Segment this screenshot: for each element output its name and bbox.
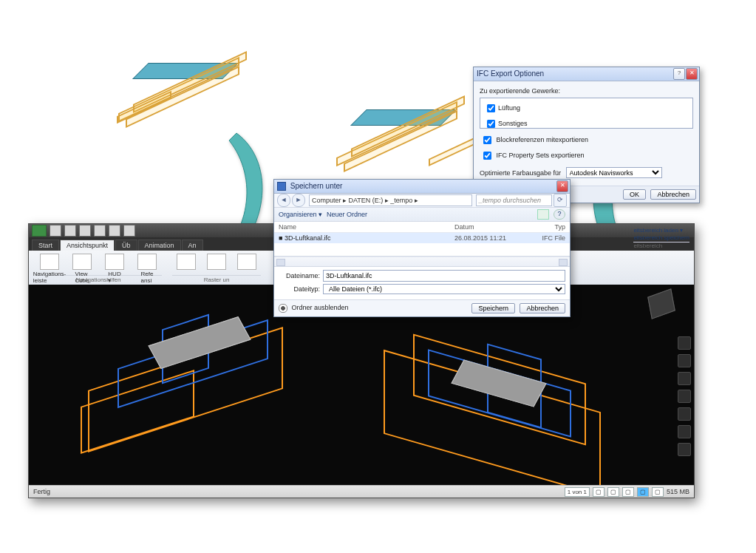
ribbon-item[interactable] — [202, 254, 230, 271]
color-output-label: Optimierte Farbausgabe für — [480, 169, 561, 177]
close-icon[interactable]: ✕ — [686, 68, 698, 80]
pan-icon[interactable] — [678, 354, 691, 367]
grid-icon — [237, 254, 256, 270]
dialog-titlebar[interactable]: Speichern unter ✕ — [274, 180, 570, 194]
redo-icon[interactable] — [94, 225, 106, 237]
search-input[interactable]: _tempo durchsuchen — [476, 194, 552, 206]
file-type-cell: IFC File — [521, 233, 565, 243]
app-logo-icon[interactable] — [32, 225, 47, 237]
model-right — [376, 329, 620, 477]
grid-icon — [207, 254, 226, 270]
tab-animation[interactable]: Animation — [138, 240, 181, 251]
filename-field[interactable] — [323, 270, 565, 282]
section-label: Zu exportierende Gewerke: — [480, 87, 693, 95]
nav-forward-icon[interactable]: ► — [292, 194, 305, 207]
cancel-button[interactable]: Abbrechen — [650, 189, 696, 200]
new-folder-button[interactable]: Neuer Ordner — [327, 211, 367, 218]
tab-an[interactable]: An — [182, 240, 203, 251]
file-row[interactable]: ■ 3D-Luftkanal.ifc 26.08.2015 11:21 IFC … — [274, 233, 570, 243]
ref-icon — [137, 254, 157, 270]
zoom-icon[interactable] — [678, 372, 691, 385]
status-bar: Fertig 1 von 1 ▢ ▢ ▢ ▢ ▢ 515 MB — [29, 485, 694, 498]
cancel-button[interactable]: Abbrechen — [520, 303, 565, 313]
iso-model-thumbnail — [318, 89, 488, 185]
save-button[interactable]: Speichern — [471, 303, 515, 313]
iso-model-thumbnail — [103, 41, 273, 137]
nav-bar-icon — [40, 254, 59, 270]
orbit-icon[interactable] — [678, 390, 691, 403]
ribbon-item[interactable] — [172, 254, 200, 271]
gewerke-listbox[interactable]: Lüftung Sonstiges — [480, 98, 693, 129]
close-icon[interactable]: ✕ — [556, 180, 568, 192]
ribbon-group-raster: Raster un — [172, 275, 261, 283]
chevron-icon — [279, 304, 287, 313]
status-chip[interactable]: ▢ — [607, 487, 619, 497]
tab-start[interactable]: Start — [32, 240, 59, 251]
status-sheet[interactable]: 1 von 1 — [565, 487, 590, 497]
checkbox-psets[interactable] — [483, 152, 491, 160]
column-name[interactable]: Name — [279, 222, 454, 232]
checkbox-blockrefs[interactable] — [483, 136, 491, 144]
status-memory: 515 MB — [667, 488, 689, 495]
organize-menu[interactable]: Organisieren ▾ — [279, 211, 322, 218]
walk-icon[interactable] — [678, 425, 691, 438]
ribbon-ref[interactable]: Refe ansi — [132, 254, 162, 284]
workspace-group-label: eitsbereich — [633, 242, 689, 249]
model-left — [73, 307, 310, 455]
column-type[interactable]: Typ — [521, 222, 565, 232]
dialog-title: IFC Export Optionen — [477, 69, 544, 78]
column-date[interactable]: Datum — [454, 222, 521, 232]
filename-label: Dateiname: — [279, 272, 320, 279]
status-chip[interactable]: ▢ — [637, 487, 649, 497]
view-options-icon[interactable] — [537, 209, 549, 220]
tab-viewpoint[interactable]: Ansichtspunkt — [60, 240, 115, 251]
dialog-title: Speichern unter — [290, 182, 343, 190]
ribbon-item[interactable] — [234, 254, 261, 271]
workspace-save[interactable]: eitsbereich speichern — [633, 234, 689, 241]
hud-icon — [105, 254, 124, 270]
save-as-dialog: Speichern unter ✕ ◄ ► Computer ▸ DATEN (… — [273, 179, 571, 317]
horizontal-scrollbar[interactable] — [274, 257, 570, 267]
tab-ub[interactable]: Üb — [115, 240, 137, 251]
viewcube-widget[interactable] — [650, 292, 679, 322]
select-icon[interactable] — [678, 443, 691, 456]
hide-folders-toggle[interactable]: Ordner ausblenden — [279, 304, 349, 313]
save-icon[interactable] — [64, 225, 76, 237]
file-name-cell: ■ 3D-Luftkanal.ifc — [279, 233, 454, 243]
file-list[interactable]: Name Datum Typ ■ 3D-Luftkanal.ifc 26.08.… — [274, 222, 570, 257]
settings-icon[interactable] — [123, 225, 135, 237]
status-chip[interactable]: ▢ — [652, 487, 664, 497]
filetype-select[interactable]: Alle Dateien (*.ifc) — [323, 284, 565, 294]
help-icon[interactable]: ? — [673, 68, 685, 80]
navigation-bar — [678, 336, 691, 456]
filetype-label: Dateityp: — [279, 285, 320, 293]
help-icon[interactable]: ? — [554, 209, 565, 220]
status-chip[interactable]: ▢ — [593, 487, 605, 497]
dialog-titlebar[interactable]: IFC Export Optionen ? ✕ — [474, 67, 699, 81]
status-ready: Fertig — [33, 488, 50, 495]
open-icon[interactable] — [50, 225, 61, 237]
undo-icon[interactable] — [79, 225, 91, 237]
save-icon — [277, 182, 286, 191]
workspace-load[interactable]: eitsbereich laden ▾ — [633, 227, 689, 234]
refresh-icon[interactable] — [109, 225, 120, 237]
ribbon-nav-leiste[interactable]: Navigations- leiste — [35, 254, 64, 284]
grid-icon — [177, 254, 196, 270]
file-date-cell: 26.08.2015 11:21 — [454, 233, 521, 243]
checkbox-sonstiges[interactable] — [487, 120, 495, 128]
viewcube-icon — [72, 254, 92, 270]
status-chip[interactable]: ▢ — [622, 487, 634, 497]
refresh-icon[interactable]: ⟳ — [554, 194, 567, 207]
color-output-select[interactable]: Autodesk Navisworks — [566, 167, 662, 178]
breadcrumb-path[interactable]: Computer ▸ DATEN (E:) ▸ _tempo ▸ — [309, 194, 472, 206]
checkbox-luftung[interactable] — [487, 104, 495, 112]
look-icon[interactable] — [678, 407, 691, 421]
nav-back-icon[interactable]: ◄ — [277, 194, 290, 207]
ok-button[interactable]: OK — [623, 189, 646, 200]
wheel-icon[interactable] — [678, 336, 691, 350]
